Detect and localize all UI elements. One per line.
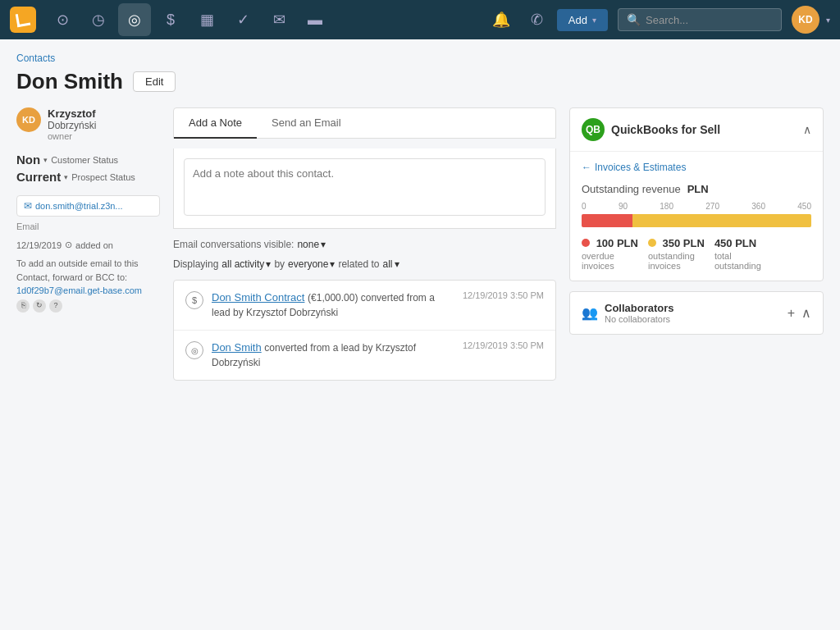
bcc-email-link[interactable]: 1d0f29b7@email.get-base.com [16,285,142,295]
search-container: 🔍 [618,8,782,31]
owner-info: Krzysztof Dobrzyński owner [48,107,96,141]
money-nav-icon[interactable]: $ [154,3,187,36]
edit-button[interactable]: Edit [133,71,176,92]
add-button[interactable]: Add ▾ [557,9,608,31]
timer-nav-icon[interactable]: ◷ [82,3,115,36]
list-item: 350 PLN outstandinginvoices [648,237,705,271]
added-on-icon: ⊙ [65,240,72,250]
activity-link-1[interactable]: Don Smith Contract [212,291,304,304]
tasks-nav-icon[interactable]: ✓ [226,3,259,36]
non-customer-status-item: Non ▾ Customer Status [16,153,160,167]
app-logo[interactable] [10,7,36,33]
breadcrumb[interactable]: Contacts [16,52,824,64]
status-section: Non ▾ Customer Status Current ▾ Prospect… [16,153,160,184]
collab-actions: + ∧ [788,305,811,321]
quickbooks-collapse-icon[interactable]: ∧ [803,123,811,136]
owner-section: KD Krzysztof Dobrzyński owner [16,107,160,141]
page-content: Contacts Don Smith Edit KD Krzysztof Dob… [0,39,840,394]
tab-add-note[interactable]: Add a Note [174,108,257,139]
email-nav-icon[interactable]: ✉ [262,3,295,36]
bell-nav-icon[interactable]: 🔔 [485,3,518,36]
collaborators-icon: 👥 [582,305,598,321]
all-related-chevron-icon: ▾ [395,258,399,270]
current-dropdown-icon[interactable]: ▾ [64,173,68,181]
activity-link-2[interactable]: Don Smith [212,341,262,354]
email-vis-dropdown[interactable]: none ▾ [297,239,326,250]
search-input[interactable] [646,14,760,26]
left-sidebar: KD Krzysztof Dobrzyński owner Non ▾ Cust… [16,107,160,381]
page-title: Don Smith [16,69,123,94]
revenue-currency: PLN [687,183,709,195]
bcc-info: To add an outside email to this Contact,… [16,257,160,313]
collaborators-header: 👥 Collaborators No collaborators + ∧ [570,292,823,334]
all-related-dropdown[interactable]: all ▾ [382,258,399,270]
bcc-icons: ⎘ ↻ ? [16,299,160,313]
non-customer-dropdown-icon[interactable]: ▾ [43,156,48,164]
note-textarea[interactable] [184,158,546,216]
activity-time-1: 12/19/2019 3:50 PM [463,290,544,300]
customer-status-label: Customer Status [51,155,118,165]
non-label: Non [16,153,40,167]
contacts-nav-icon[interactable]: ◎ [118,3,151,36]
email-value: don.smith@trial.z3n... [35,201,123,211]
quickbooks-panel-header: QB QuickBooks for Sell ∧ [570,108,823,152]
quickbooks-panel: QB QuickBooks for Sell ∧ ← Invoices & Es… [569,107,824,281]
right-panel: QB QuickBooks for Sell ∧ ← Invoices & Es… [569,107,824,381]
stat-amount-2: 350 PLN [648,237,705,249]
email-conversations-filter: Email conversations visible: none ▾ [173,239,556,250]
calendar-nav-icon[interactable]: ▦ [190,3,223,36]
total-outstanding-label: totaloutstanding [714,251,761,271]
chart-labels: 0 90 180 270 360 450 [582,202,811,211]
collaborators-collapse-icon[interactable]: ∧ [801,305,811,321]
table-row: ◎ Don Smith converted from a lead by Krz… [174,331,555,380]
back-arrow-icon: ← [582,162,591,173]
owner-lastname: Dobrzyński [48,120,96,131]
dashboard-nav-icon[interactable]: ⊙ [46,3,79,36]
outstanding-bar [632,214,811,227]
current-label: Current [16,170,61,184]
quickbooks-icon: QB [582,118,605,141]
tab-send-email[interactable]: Send an Email [257,108,356,139]
collaborators-panel: 👥 Collaborators No collaborators + ∧ [569,291,824,335]
collab-info: Collaborators No collaborators [605,302,674,324]
overdue-bar [582,214,632,227]
overdue-dot [582,239,590,247]
add-collaborator-icon[interactable]: + [788,306,795,321]
copy-icon[interactable]: ⎘ [16,299,30,313]
add-chevron-icon: ▾ [592,16,596,25]
deal-icon: $ [185,291,203,309]
email-icon: ✉ [24,200,32,212]
page-header: Don Smith Edit [16,69,824,94]
center-content: Add a Note Send an Email Email conversat… [173,107,556,381]
reports-nav-icon[interactable]: ▬ [299,3,331,36]
top-navigation: ⊙ ◷ ◎ $ ▦ ✓ ✉ ▬ 🔔 ✆ Add ▾ 🔍 KD ▾ [0,0,840,39]
all-activity-dropdown[interactable]: all activity ▾ [221,258,271,270]
collaborators-subtitle: No collaborators [605,314,674,324]
email-vis-chevron-icon: ▾ [321,239,326,250]
panel-header-left: QB QuickBooks for Sell [582,118,720,141]
user-avatar[interactable]: KD [792,6,819,34]
search-icon: 🔍 [627,13,641,26]
activity-list: $ Don Smith Contract (€1,000.00) convert… [173,280,556,381]
outstanding-invoices-label: outstandinginvoices [648,251,705,271]
invoices-back-link[interactable]: ← Invoices & Estimates [582,162,811,173]
everyone-chevron-icon: ▾ [330,258,335,270]
user-menu-chevron-icon[interactable]: ▾ [826,16,830,25]
help-icon[interactable]: ? [49,299,62,313]
owner-role-label: owner [48,131,96,141]
activity-body: Don Smith Contract (€1,000.00) converted… [212,290,454,320]
quickbooks-body: ← Invoices & Estimates Outstanding reven… [570,152,823,281]
activity-time-2: 12/19/2019 3:50 PM [463,340,544,350]
stat-amount-1: 100 PLN [582,237,638,249]
refresh-icon[interactable]: ↻ [33,299,46,313]
all-activity-chevron-icon: ▾ [266,258,271,270]
activity-body-2: Don Smith converted from a lead by Krzys… [212,340,454,370]
outstanding-dot [648,239,656,247]
email-field[interactable]: ✉ don.smith@trial.z3n... [16,195,160,217]
table-row: $ Don Smith Contract (€1,000.00) convert… [174,281,555,331]
phone-nav-icon[interactable]: ✆ [521,3,554,36]
everyone-dropdown[interactable]: everyone ▾ [288,258,335,270]
collab-left: 👥 Collaborators No collaborators [582,302,674,324]
list-item: 450 PLN totaloutstanding [714,237,761,271]
activity-filter: Displaying all activity ▾ by everyone ▾ … [173,258,556,270]
